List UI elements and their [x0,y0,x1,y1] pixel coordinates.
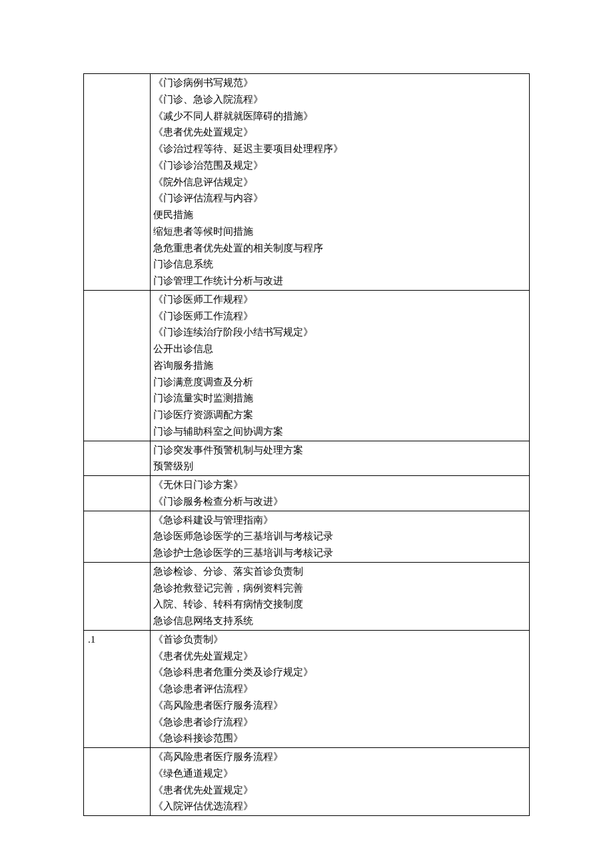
row-index-cell [84,476,151,511]
content-line: 便民措施 [153,207,528,223]
content-line: 《急诊科接诊范围》 [153,730,528,747]
row-index-cell [84,562,151,630]
content-line: 《门诊医师工作规程》 [153,291,528,308]
content-line: 预警级别 [153,458,528,475]
content-line: 急诊医师急诊医学的三基培训与考核记录 [153,528,528,545]
content-line: 门诊与辅助科室之间协调方案 [153,423,528,440]
content-line: 急诊信息网络支持系统 [153,613,528,629]
content-line: 《门诊服务检查分析与改进》 [153,493,528,510]
row-content-cell: 急诊检诊、分诊、落实首诊负责制急诊抢救登记完善，病例资料完善入院、转诊、转科有病… [151,562,530,630]
content-line: 《绿色通道规定》 [153,765,528,782]
content-line: 《无休日门诊方案》 [153,477,528,493]
row-index-cell [84,290,151,441]
table-row: 《高风险患者医疗服务流程》《绿色通道规定》《患者优先处置规定》《入院评估优选流程… [84,748,530,816]
content-line: 《高风险患者医疗服务流程》 [153,749,528,765]
content-line: 《急诊患者诊疗流程》 [153,714,528,731]
row-index-cell [84,74,151,291]
row-content-cell: 门诊突发事件预警机制与处理方案预警级别 [151,441,530,476]
row-index-cell [84,748,151,816]
content-line: 门诊管理工作统计分析与改进 [153,273,528,289]
content-line: 门诊流量实时监测措施 [153,390,528,407]
content-line: 《门诊医师工作流程》 [153,308,528,325]
content-line: 急危重患者优先处置的相关制度与程序 [153,240,528,257]
table-row: 门诊突发事件预警机制与处理方案预警级别 [84,441,530,476]
content-line: 《患者优先处置规定》 [153,124,528,141]
content-line: 门诊突发事件预警机制与处理方案 [153,442,528,459]
content-line: 《减少不同人群就就医障碍的措施》 [153,108,528,125]
row-content-cell: 《无休日门诊方案》《门诊服务检查分析与改进》 [151,476,530,511]
content-line: 《院外信息评估规定》 [153,174,528,191]
content-line: 门诊医疗资源调配方案 [153,407,528,423]
content-line: 《急诊科患者危重分类及诊疗规定》 [153,664,528,681]
content-line: 门诊满意度调查及分析 [153,374,528,391]
table-row: 急诊检诊、分诊、落实首诊负责制急诊抢救登记完善，病例资料完善入院、转诊、转科有病… [84,562,530,630]
content-line: 《门诊连续治疗阶段小结书写规定》 [153,324,528,341]
content-line: 《高风险患者医疗服务流程》 [153,697,528,714]
content-line: 《门诊病例书写规范》 [153,75,528,91]
content-line: 《急诊科建设与管理指南》 [153,512,528,529]
content-line: 《患者优先处置规定》 [153,648,528,665]
content-line: 入院、转诊、转科有病情交接制度 [153,596,528,613]
table-row: 《急诊科建设与管理指南》急诊医师急诊医学的三基培训与考核记录急诊护士急诊医学的三… [84,511,530,562]
row-content-cell: 《门诊病例书写规范》《门诊、急诊入院流程》《减少不同人群就就医障碍的措施》《患者… [151,74,530,291]
content-line: 急诊抢救登记完善，病例资料完善 [153,580,528,597]
row-index-cell [84,441,151,476]
row-content-cell: 《门诊医师工作规程》《门诊医师工作流程》《门诊连续治疗阶段小结书写规定》公开出诊… [151,290,530,441]
table-row: 《门诊医师工作规程》《门诊医师工作流程》《门诊连续治疗阶段小结书写规定》公开出诊… [84,290,530,441]
content-line: 公开出诊信息 [153,341,528,357]
content-line: 《诊治过程等待、延迟主要项目处理程序》 [153,141,528,157]
content-line: 《患者优先处置规定》 [153,782,528,799]
content-line: 急诊护士急诊医学的三基培训与考核记录 [153,545,528,561]
document-table: 《门诊病例书写规范》《门诊、急诊入院流程》《减少不同人群就就医障碍的措施》《患者… [83,73,530,816]
row-index-cell [84,511,151,562]
table-row: 《无休日门诊方案》《门诊服务检查分析与改进》 [84,476,530,511]
content-line: 急诊检诊、分诊、落实首诊负责制 [153,563,528,580]
content-line: 门诊信息系统 [153,256,528,273]
row-content-cell: 《首诊负责制》《患者优先处置规定》《急诊科患者危重分类及诊疗规定》《急诊患者评估… [151,630,530,747]
content-line: 《入院评估优选流程》 [153,798,528,815]
content-line: 缩短患者等候时间措施 [153,223,528,240]
row-index-cell: .1 [84,630,151,747]
content-line: 《门诊评估流程与内容》 [153,190,528,207]
content-line: 《首诊负责制》 [153,631,528,648]
content-line: 咨询服务措施 [153,357,528,374]
table-row: 《门诊病例书写规范》《门诊、急诊入院流程》《减少不同人群就就医障碍的措施》《患者… [84,74,530,291]
content-line: 《门诊、急诊入院流程》 [153,91,528,108]
content-line: 《急诊患者评估流程》 [153,681,528,697]
content-line: 《门诊诊治范围及规定》 [153,157,528,174]
row-content-cell: 《急诊科建设与管理指南》急诊医师急诊医学的三基培训与考核记录急诊护士急诊医学的三… [151,511,530,562]
table-row: .1《首诊负责制》《患者优先处置规定》《急诊科患者危重分类及诊疗规定》《急诊患者… [84,630,530,747]
row-content-cell: 《高风险患者医疗服务流程》《绿色通道规定》《患者优先处置规定》《入院评估优选流程… [151,748,530,816]
